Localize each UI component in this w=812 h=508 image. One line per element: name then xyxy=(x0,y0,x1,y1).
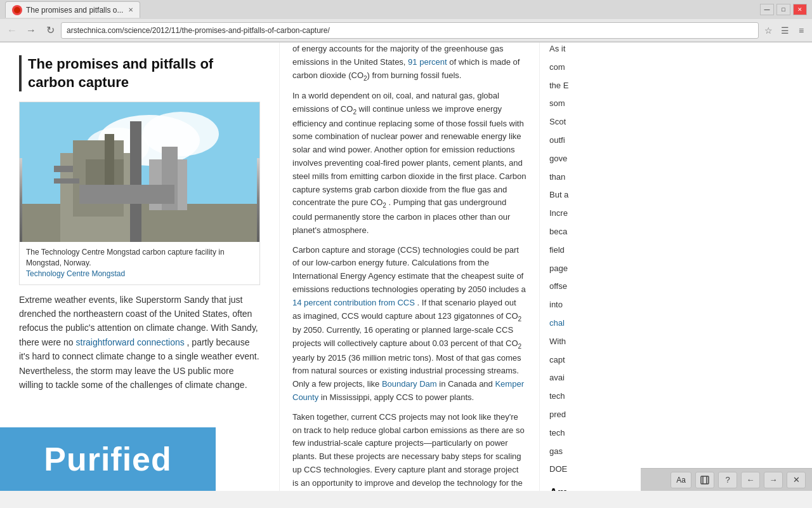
straightforward-connections-link[interactable]: straightforward connections xyxy=(76,337,185,347)
scot-text: Scot xyxy=(549,116,802,129)
image-caption: The Technology Centre Mongstad carbon ca… xyxy=(20,242,259,284)
reload-button[interactable]: ↻ xyxy=(42,22,58,39)
middle-para-4: Taken together, current CCS projects may… xyxy=(292,411,527,491)
toolbar-right: ☆ ☰ ≡ xyxy=(761,23,808,37)
next-button[interactable]: → xyxy=(764,472,783,488)
tab-favicon xyxy=(12,5,22,15)
title-bar: The promises and pitfalls o... ✕ — □ ✕ xyxy=(0,0,812,19)
minimize-button[interactable]: — xyxy=(760,4,774,15)
article-right-column: As it com the E som Scot outfi gove than… xyxy=(539,43,812,491)
caption-text: The Technology Centre Mongstad carbon ca… xyxy=(26,248,225,267)
article-left-column: The promises and pitfalls of carbon capt… xyxy=(0,43,279,491)
boundary-dam-link[interactable]: Boundary Dam xyxy=(382,379,437,389)
middle-para-3: Carbon capture and storage (CCS) technol… xyxy=(292,244,527,404)
purified-text: Purified xyxy=(44,440,172,478)
bookmark-star-icon[interactable]: ☆ xyxy=(761,23,775,37)
page-content: The promises and pitfalls of carbon capt… xyxy=(0,43,812,491)
browser-tab[interactable]: The promises and pitfalls o... ✕ xyxy=(5,1,140,18)
help-button[interactable]: ? xyxy=(718,472,737,488)
svg-rect-9 xyxy=(54,166,73,172)
challenge-link[interactable]: chal xyxy=(549,318,565,328)
tab-close-button[interactable]: ✕ xyxy=(128,6,133,13)
body-paragraph-1: Extreme weather events, like Superstorm … xyxy=(19,293,260,392)
reading-toolbar: Aa ? ← → ✕ xyxy=(641,468,812,491)
forward-button[interactable]: → xyxy=(23,22,39,39)
caption-link[interactable]: Technology Centre Mongstad xyxy=(26,269,125,278)
svg-point-3 xyxy=(143,112,219,156)
middle-para-2: In a world dependent on oil, coal, and n… xyxy=(292,90,527,237)
middle-para-1: of energy accounts for the majority of t… xyxy=(292,43,527,83)
svg-rect-10 xyxy=(54,178,79,184)
svg-rect-14 xyxy=(105,134,114,191)
prev-button[interactable]: ← xyxy=(741,472,760,488)
article-container: The promises and pitfalls of carbon capt… xyxy=(0,43,812,491)
close-window-button[interactable]: ✕ xyxy=(793,4,807,15)
svg-rect-15 xyxy=(79,185,174,204)
purified-overlay: Purified xyxy=(0,427,216,491)
font-size-button[interactable]: Aa xyxy=(671,472,691,488)
svg-rect-8 xyxy=(130,121,141,242)
browser-chrome: The promises and pitfalls o... ✕ — □ ✕ ←… xyxy=(0,0,812,43)
91-percent-link[interactable]: 91 percent xyxy=(408,57,447,67)
article-middle-column: of energy accounts for the majority of t… xyxy=(279,43,539,491)
svg-rect-31 xyxy=(701,476,709,484)
reading-list-icon[interactable]: ☰ xyxy=(778,23,792,37)
menu-icon[interactable]: ≡ xyxy=(794,23,808,37)
maximize-button[interactable]: □ xyxy=(776,4,790,15)
nav-toolbar: ← → ↻ ☆ ☰ ≡ xyxy=(0,19,812,42)
article-title: The promises and pitfalls of carbon capt… xyxy=(19,55,260,91)
svg-point-0 xyxy=(14,7,20,13)
window-controls: — □ ✕ xyxy=(760,4,807,15)
fullscreen-button[interactable] xyxy=(695,472,714,488)
right-para-1: As it xyxy=(549,43,802,56)
article-image-box: The Technology Centre Mongstad carbon ca… xyxy=(19,102,260,284)
article-image xyxy=(20,102,259,242)
back-button[interactable]: ← xyxy=(4,22,20,39)
14-percent-link[interactable]: 14 percent contribution from CCS xyxy=(292,298,415,307)
address-bar[interactable] xyxy=(61,22,759,39)
article-body: Extreme weather events, like Superstorm … xyxy=(19,293,260,392)
tab-title: The promises and pitfalls o... xyxy=(26,6,123,15)
close-reading-mode-button[interactable]: ✕ xyxy=(787,472,806,488)
